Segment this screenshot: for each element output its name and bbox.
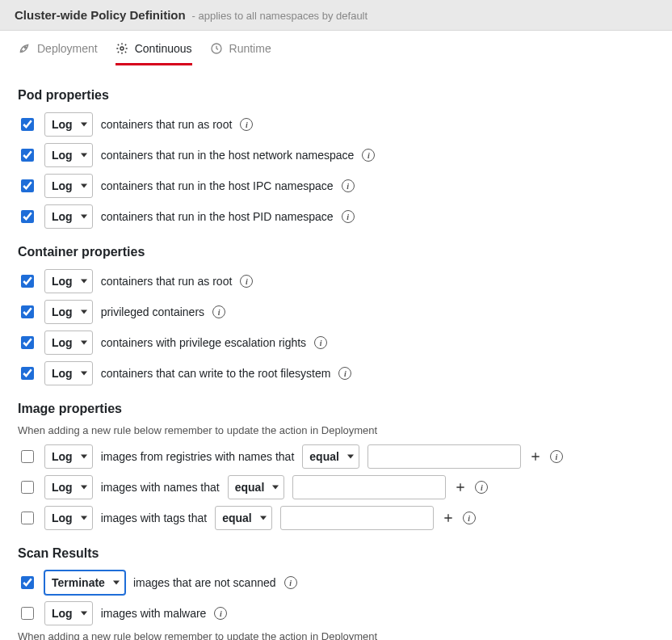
- rule-checkbox[interactable]: [21, 576, 34, 589]
- policy-content: Pod properties Log containers that run a…: [0, 65, 672, 640]
- info-icon[interactable]: i: [284, 576, 297, 589]
- info-icon[interactable]: i: [240, 118, 253, 131]
- action-select[interactable]: Log: [44, 204, 93, 229]
- info-icon[interactable]: i: [463, 512, 476, 524]
- action-select[interactable]: Terminate: [44, 571, 125, 595]
- chevron-down-icon: [113, 581, 120, 585]
- rule-checkbox[interactable]: [21, 118, 34, 131]
- tab-bar: Deployment Continuous Runtime: [0, 31, 672, 65]
- gear-icon: [116, 42, 128, 55]
- operator-select[interactable]: equal: [215, 506, 272, 530]
- action-select[interactable]: Log: [44, 300, 93, 324]
- chevron-down-icon: [81, 372, 87, 376]
- rule-checkbox[interactable]: [21, 149, 34, 162]
- info-icon[interactable]: i: [338, 367, 351, 380]
- add-icon[interactable]: [529, 450, 542, 463]
- rule-text: images with names that: [101, 481, 220, 494]
- rule-row: Log images with names that equal i: [18, 474, 654, 501]
- info-icon[interactable]: i: [342, 179, 355, 192]
- rule-checkbox[interactable]: [21, 275, 34, 288]
- tab-runtime[interactable]: Runtime: [210, 42, 271, 65]
- rule-text: images that are not scanned: [133, 576, 276, 589]
- tab-label: Deployment: [37, 42, 98, 55]
- rule-text: containers that run in the host PID name…: [101, 210, 334, 223]
- value-input[interactable]: [368, 444, 521, 469]
- section-title-container: Container properties: [18, 245, 654, 259]
- rule-text: containers that can write to the root fi…: [101, 367, 331, 380]
- chevron-down-icon: [81, 455, 87, 459]
- info-icon[interactable]: i: [240, 275, 253, 288]
- section-title-image: Image properties: [18, 402, 654, 416]
- tab-continuous[interactable]: Continuous: [116, 42, 192, 65]
- rule-text: images with tags that: [101, 512, 208, 524]
- chevron-down-icon: [272, 486, 279, 490]
- operator-select[interactable]: equal: [302, 444, 359, 469]
- svg-point-1: [120, 47, 124, 50]
- rule-row: Log containers that run as root i: [18, 111, 654, 138]
- section-title-pod: Pod properties: [18, 88, 654, 103]
- info-icon[interactable]: i: [475, 481, 488, 494]
- rule-checkbox[interactable]: [21, 305, 34, 318]
- section-note: When adding a new rule below remember to…: [18, 630, 654, 640]
- chevron-down-icon: [81, 154, 87, 158]
- rule-checkbox[interactable]: [21, 481, 34, 494]
- action-select[interactable]: Log: [44, 112, 93, 137]
- chevron-down-icon: [81, 486, 87, 490]
- chevron-down-icon: [81, 280, 87, 284]
- info-icon[interactable]: i: [342, 210, 355, 223]
- info-icon[interactable]: i: [362, 149, 375, 162]
- action-select[interactable]: Log: [44, 174, 93, 198]
- rule-text: privileged containers: [101, 305, 204, 318]
- operator-select[interactable]: equal: [228, 475, 285, 499]
- rule-text: containers that run in the host IPC name…: [101, 179, 334, 192]
- value-input[interactable]: [280, 506, 434, 530]
- rule-row: Log containers that run in the host PID …: [18, 203, 654, 230]
- rule-checkbox[interactable]: [21, 367, 34, 380]
- action-select[interactable]: Log: [44, 475, 93, 499]
- info-icon[interactable]: i: [314, 336, 327, 349]
- tab-label: Continuous: [135, 42, 192, 55]
- add-icon[interactable]: [442, 512, 455, 524]
- action-select[interactable]: Log: [44, 143, 93, 167]
- chevron-down-icon: [81, 612, 87, 616]
- page-header: Cluster-wide Policy Definition - applies…: [0, 0, 672, 31]
- tab-deployment[interactable]: Deployment: [18, 42, 98, 65]
- action-select[interactable]: Log: [44, 444, 93, 469]
- info-icon[interactable]: i: [214, 607, 227, 620]
- rule-row: Terminate images that are not scanned i: [18, 569, 654, 596]
- info-icon[interactable]: i: [212, 305, 225, 318]
- action-select[interactable]: Log: [44, 506, 93, 530]
- action-select[interactable]: Log: [44, 601, 93, 625]
- rule-row: Log images from registries with names th…: [18, 443, 654, 470]
- action-select[interactable]: Log: [44, 269, 93, 293]
- rule-row: Log containers that run as root i: [18, 267, 654, 295]
- rule-row: Log containers that run in the host netw…: [18, 141, 654, 169]
- rule-checkbox[interactable]: [21, 336, 34, 349]
- rule-row: Log privileged containers i: [18, 298, 654, 326]
- rule-checkbox[interactable]: [21, 450, 34, 463]
- section-note: When adding a new rule below remember to…: [18, 424, 654, 436]
- chevron-down-icon: [81, 184, 87, 188]
- chevron-down-icon: [81, 516, 87, 520]
- page-subtitle: - applies to all namespaces by default: [192, 10, 368, 22]
- tab-label: Runtime: [229, 42, 271, 55]
- value-input[interactable]: [292, 475, 446, 499]
- rule-text: containers that run as root: [101, 275, 233, 288]
- rule-row: Log containers with privilege escalation…: [18, 329, 654, 356]
- chevron-down-icon: [81, 123, 87, 127]
- info-icon[interactable]: i: [550, 450, 563, 463]
- page-title: Cluster-wide Policy Definition: [15, 8, 186, 22]
- rule-checkbox[interactable]: [21, 210, 34, 223]
- chevron-down-icon: [81, 215, 87, 219]
- rule-checkbox[interactable]: [21, 607, 34, 620]
- rule-row: Log images with tags that equal i: [18, 504, 654, 532]
- rule-row: Log containers that run in the host IPC …: [18, 172, 654, 200]
- action-select[interactable]: Log: [44, 331, 93, 355]
- rule-checkbox[interactable]: [21, 179, 34, 192]
- rule-checkbox[interactable]: [21, 512, 34, 524]
- action-select[interactable]: Log: [44, 361, 93, 385]
- add-icon[interactable]: [454, 481, 467, 494]
- rule-text: images from registries with names that: [101, 450, 295, 463]
- rule-text: containers that run in the host network …: [101, 149, 355, 162]
- chevron-down-icon: [260, 516, 267, 520]
